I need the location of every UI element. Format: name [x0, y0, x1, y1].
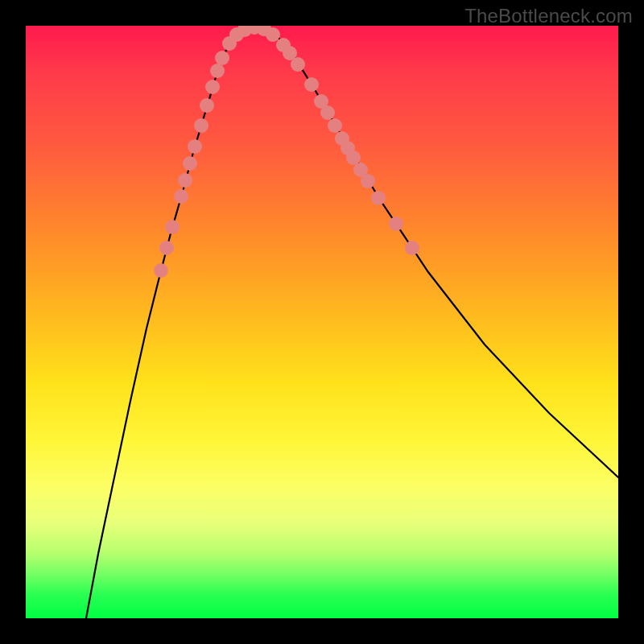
highlight-dot [361, 174, 375, 188]
highlight-dot [371, 191, 386, 205]
curve-svg [26, 26, 618, 618]
highlight-dot [389, 217, 403, 231]
bottleneck-curve [86, 27, 618, 618]
highlight-dot [210, 64, 225, 78]
highlight-dot [174, 189, 188, 204]
highlight-dot [291, 57, 305, 72]
highlight-dot [215, 51, 229, 65]
highlight-dot [346, 151, 361, 165]
highlight-dot [328, 118, 342, 133]
highlight-dot [320, 105, 335, 120]
highlight-dot [188, 139, 202, 154]
highlight-dot [159, 241, 174, 255]
highlight-dot [205, 80, 220, 94]
highlight-dot [154, 263, 168, 278]
highlight-dot [194, 118, 208, 133]
chart-frame: TheBottleneck.com [0, 0, 644, 644]
highlight-dot [165, 220, 180, 234]
highlight-dot [178, 173, 192, 188]
plot-area [26, 26, 618, 618]
highlight-dot [266, 27, 280, 42]
highlight-dot [200, 98, 214, 113]
watermark-text: TheBottleneck.com [464, 5, 633, 27]
highlight-dot [304, 77, 319, 92]
highlight-dot [183, 156, 197, 171]
highlight-dot [405, 241, 419, 255]
highlight-dots [154, 26, 419, 278]
